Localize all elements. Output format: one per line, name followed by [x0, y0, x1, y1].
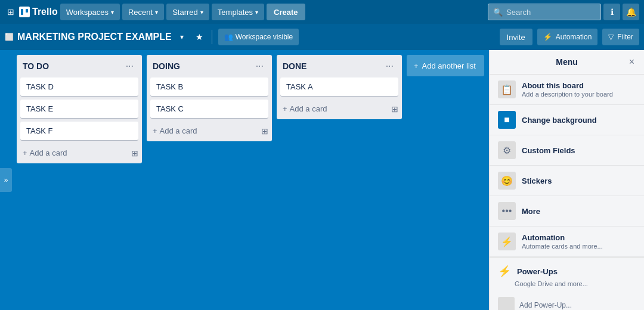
menu-item-icon-automation: ⚡	[498, 232, 516, 250]
power-ups-section: ⚡ Power-Ups Google Drive and more... Add…	[490, 257, 644, 310]
add-card-plus-doing: +	[153, 126, 157, 135]
add-card-button-todo[interactable]: + Add a card	[20, 146, 69, 160]
automation-icon: ⚡	[543, 33, 552, 41]
list-title-doing: DOING	[153, 61, 180, 71]
add-card-plus-todo: +	[23, 148, 27, 157]
card-text-b: TASK B	[156, 82, 183, 91]
create-label: Create	[274, 8, 298, 17]
create-template-icon-todo[interactable]: ⊞	[131, 148, 138, 158]
board-title-chevron[interactable]: ▾	[175, 29, 188, 45]
card-text-f: TASK F	[26, 126, 53, 135]
search-input[interactable]	[506, 8, 590, 17]
menu-items: 📋 About this board Add a description to …	[490, 75, 644, 310]
workspaces-button[interactable]: Workspaces ▾	[60, 4, 120, 20]
list-menu-button-done[interactable]: ···	[383, 60, 396, 73]
add-card-area-done: + Add a card ⊞	[277, 100, 402, 119]
menu-item-label-stickers: Stickers	[522, 176, 636, 185]
card-b[interactable]: TASK B ✎	[150, 78, 268, 96]
menu-item-stickers[interactable]: 😊 Stickers	[490, 166, 644, 196]
trello-logo[interactable]: Trello	[19, 7, 58, 17]
add-list-plus-icon: +	[414, 61, 419, 70]
recent-label: Recent	[128, 8, 153, 17]
card-e[interactable]: TASK E ✎	[20, 100, 138, 118]
menu-item-text-about: About this board Add a description to yo…	[522, 81, 636, 98]
menu-item-automation[interactable]: ⚡ Automation Automate cards and more...	[490, 227, 644, 257]
menu-item-custom-fields[interactable]: ⚙ Custom Fields	[490, 135, 644, 166]
invite-label: Invite	[507, 33, 525, 42]
workspace-visible-label: Workspace visible	[236, 33, 293, 41]
invite-button[interactable]: Invite	[500, 29, 532, 45]
list-header-done: DONE ···	[277, 55, 402, 78]
create-template-icon-doing[interactable]: ⊞	[261, 126, 268, 136]
menu-item-icon-stickers: 😊	[498, 172, 516, 190]
list-menu-button-todo[interactable]: ···	[123, 60, 136, 73]
menu-close-button[interactable]: ×	[627, 54, 637, 70]
add-card-label-done: Add a card	[290, 104, 327, 113]
list-menu-button-doing[interactable]: ···	[253, 60, 266, 73]
info-icon: ℹ	[611, 7, 614, 17]
list-doing: DOING ··· TASK B ✎ TASK C ✎ + Add a card…	[147, 55, 272, 141]
grid-icon[interactable]: ⊞	[5, 5, 17, 19]
workspace-visible-button[interactable]: 👥 Workspace visible	[218, 29, 299, 45]
automation-label: Automation	[556, 33, 592, 41]
starred-label: Starred	[172, 8, 198, 17]
menu-item-label-automation: Automation	[522, 233, 636, 242]
board-icon: ⬜	[5, 33, 14, 41]
notification-button[interactable]: 🔔	[623, 4, 639, 20]
add-card-label-doing: Add a card	[160, 126, 197, 135]
menu-item-desc-automation: Automate cards and more...	[522, 243, 636, 250]
card-text-a: TASK A	[286, 82, 313, 91]
add-card-button-doing[interactable]: + Add a card	[150, 124, 199, 138]
create-button[interactable]: Create	[267, 4, 305, 20]
menu-item-text-background: Change background	[522, 116, 636, 125]
list-title-done: DONE	[283, 61, 306, 71]
menu-item-more[interactable]: ••• More	[490, 196, 644, 227]
templates-label: Templates	[218, 8, 253, 17]
trello-wordmark: Trello	[32, 7, 58, 17]
create-template-icon-done[interactable]: ⊞	[391, 104, 398, 114]
card-a[interactable]: TASK A ✎	[280, 78, 398, 96]
menu-item-text-more: More	[522, 207, 636, 216]
card-f[interactable]: TASK F ✎	[20, 122, 138, 140]
filter-icon: ▽	[608, 33, 614, 41]
menu-item-label-more: More	[522, 207, 636, 216]
filter-button[interactable]: ▽ Filter	[602, 29, 639, 45]
board-title[interactable]: MARKETING PROJECT EXAMPLE	[17, 32, 172, 42]
menu-item-text-automation: Automation Automate cards and more...	[522, 233, 636, 250]
filter-label: Filter	[617, 33, 633, 41]
star-button[interactable]: ★	[193, 30, 206, 44]
card-text-d: TASK D	[26, 82, 54, 91]
trello-icon-inner	[21, 9, 28, 15]
card-d[interactable]: TASK D ✎	[20, 78, 138, 96]
list-header-doing: DOING ···	[147, 55, 272, 78]
add-card-button-done[interactable]: + Add a card	[280, 102, 329, 116]
close-icon: ×	[629, 57, 634, 67]
starred-button[interactable]: Starred ▾	[166, 4, 209, 20]
add-another-list-button[interactable]: + Add another list	[407, 55, 484, 76]
add-card-area-todo: + Add a card ⊞	[17, 144, 142, 163]
trello-bar-right	[26, 9, 28, 13]
templates-button[interactable]: Templates ▾	[212, 4, 264, 20]
recent-button[interactable]: Recent ▾	[122, 4, 164, 20]
menu-item-label-background: Change background	[522, 116, 636, 125]
search-container[interactable]: 🔍	[488, 4, 601, 20]
menu-item-background[interactable]: ■ Change background	[490, 105, 644, 135]
star-icon: ★	[196, 32, 203, 42]
collapse-icon: »	[4, 176, 8, 184]
workspaces-chevron: ▾	[111, 9, 114, 16]
board-name-area: ⬜ MARKETING PROJECT EXAMPLE ▾	[5, 29, 188, 45]
lists-container: TO DO ··· TASK D ✎ TASK E ✎ TASK F ✎ + A…	[17, 55, 402, 163]
menu-item-about[interactable]: 📋 About this board Add a description to …	[490, 75, 644, 105]
collapse-sidebar-button[interactable]: »	[0, 168, 12, 192]
add-card-plus-done: +	[283, 104, 287, 113]
power-ups-title: Power-Ups	[517, 267, 558, 276]
starred-chevron: ▾	[200, 9, 203, 16]
add-power-up-item-pu1[interactable]: Add Power-Up...	[498, 293, 636, 310]
info-button[interactable]: ℹ	[603, 4, 620, 20]
card-c[interactable]: TASK C ✎	[150, 100, 268, 118]
menu-item-text-custom-fields: Custom Fields	[522, 146, 636, 155]
automation-button[interactable]: ⚡ Automation	[537, 29, 598, 45]
board-body: » TO DO ··· TASK D ✎ TASK E ✎ TASK F ✎ +…	[0, 50, 644, 310]
board-content: TO DO ··· TASK D ✎ TASK E ✎ TASK F ✎ + A…	[12, 50, 489, 310]
list-cards-todo: TASK D ✎ TASK E ✎ TASK F ✎	[17, 78, 142, 144]
